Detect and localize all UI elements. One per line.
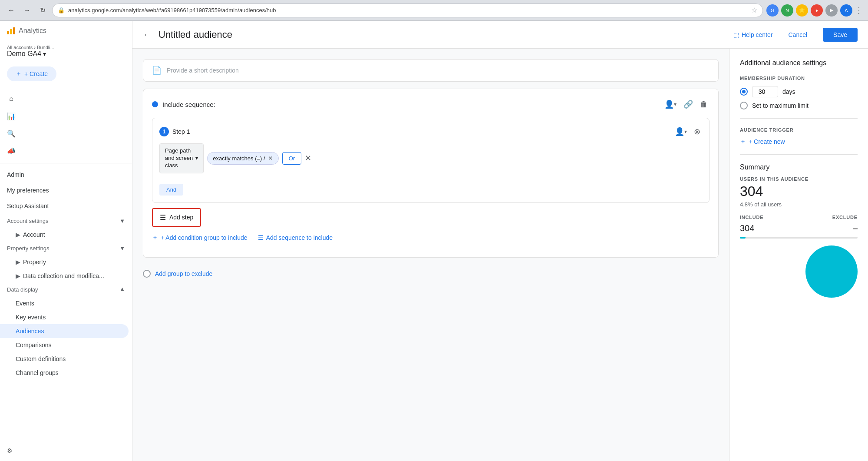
- sidebar-item-key-events[interactable]: Key events: [0, 310, 129, 324]
- sidebar-item-setup[interactable]: Setup Assistant: [0, 198, 129, 214]
- step-user-scope-button[interactable]: 👤 ▾: [673, 125, 689, 138]
- sidebar-item-admin[interactable]: Admin: [0, 167, 129, 182]
- and-button[interactable]: And: [159, 184, 183, 196]
- data-display-label: Data display: [7, 286, 38, 293]
- step-1-number: 1: [159, 127, 169, 136]
- condition-row: Page pathand screenclass ▾ exactly match…: [159, 143, 702, 173]
- back-arrow-icon: ←: [143, 30, 152, 40]
- cancel-button[interactable]: Cancel: [779, 28, 816, 42]
- add-exclude-link[interactable]: Add group to exclude: [155, 270, 212, 277]
- ext-icon-3[interactable]: ⭐: [796, 4, 808, 17]
- include-exclude-header: INCLUDE EXCLUDE: [740, 215, 858, 220]
- description-bar[interactable]: 📄 Provide a short description: [143, 59, 719, 82]
- settings-button[interactable]: ⚙: [0, 444, 132, 458]
- refresh-button[interactable]: ↻: [36, 4, 49, 17]
- options-icon: 🔗: [683, 99, 693, 109]
- add-step-button[interactable]: ☰ Add step: [152, 208, 201, 227]
- user-avatar[interactable]: A: [840, 4, 852, 17]
- close-condition-button[interactable]: ✕: [305, 153, 311, 163]
- ext-icon-2[interactable]: N: [781, 4, 793, 17]
- account-settings-label: Account settings: [7, 218, 48, 224]
- user-icon: 👤: [664, 99, 674, 109]
- condition-value-chip: exactly matches (=) / ✕: [207, 152, 278, 165]
- browser-extension-icons: G N ⭐ ♦ ▶ A ⋮: [766, 4, 863, 17]
- sequence-delete-button[interactable]: 🗑: [698, 98, 710, 111]
- sidebar-item-reports[interactable]: 📊: [0, 107, 129, 125]
- max-limit-label: Set to maximum limit: [752, 102, 809, 109]
- days-input[interactable]: [752, 86, 778, 97]
- step-label-text: Step 1: [172, 128, 190, 135]
- ext-icon-5[interactable]: ▶: [825, 4, 838, 17]
- help-center-link[interactable]: ⬚ Help center: [733, 31, 773, 38]
- menu-icon[interactable]: ⋮: [855, 6, 863, 15]
- sidebar-item-comparisons[interactable]: Comparisons: [0, 338, 129, 352]
- close-condition-icon: ✕: [305, 154, 311, 163]
- property-settings-header[interactable]: Property settings ▼: [0, 242, 132, 255]
- preferences-label: My preferences: [7, 187, 49, 194]
- forward-button[interactable]: →: [21, 4, 33, 17]
- back-button[interactable]: ←: [143, 30, 152, 40]
- sequence-label-text: Include sequence:: [162, 101, 215, 108]
- sidebar-item-preferences[interactable]: My preferences: [0, 182, 129, 198]
- right-panel: Additional audience settings MEMBERSHIP …: [729, 49, 868, 461]
- property-settings-arrow: ▼: [119, 245, 125, 252]
- sidebar-item-channel-groups[interactable]: Channel groups: [0, 366, 129, 380]
- step-close-button[interactable]: ⊗: [692, 125, 702, 138]
- user-scope-button[interactable]: 👤 ▾: [663, 98, 678, 111]
- sidebar-item-property[interactable]: ▶ Property: [0, 255, 129, 269]
- progress-bar-container: [740, 237, 858, 239]
- create-new-trigger-link[interactable]: ＋ + Create new: [740, 138, 858, 146]
- and-section: And: [159, 179, 702, 196]
- sidebar-item-audiences[interactable]: Audiences: [0, 324, 129, 338]
- add-sequence-label: Add sequence to include: [266, 234, 333, 241]
- summary-title: Summary: [740, 163, 858, 171]
- users-count: 304: [740, 183, 858, 199]
- address-bar[interactable]: 🔒 analytics.google.com/analytics/web/#a6…: [52, 3, 763, 17]
- sidebar-item-home[interactable]: ⌂: [0, 90, 129, 107]
- save-button[interactable]: Save: [823, 28, 858, 42]
- sidebar-item-advertising[interactable]: 📣: [0, 142, 129, 159]
- sidebar-item-data-collection[interactable]: ▶ Data collection and modifica...: [0, 269, 129, 283]
- chip-remove-button[interactable]: ✕: [268, 155, 273, 161]
- step-number-text: 1: [163, 129, 166, 135]
- account-settings-section: Account settings ▼ ▶ Account: [0, 214, 132, 242]
- data-display-header[interactable]: Data display ▼: [0, 283, 132, 296]
- create-button[interactable]: ＋ + Create: [7, 66, 56, 81]
- ext-icon-4[interactable]: ♦: [811, 4, 823, 17]
- back-button[interactable]: ←: [5, 4, 17, 17]
- include-value: 304: [740, 223, 754, 233]
- sequence-card: Include sequence: 👤 ▾ 🔗 🗑: [143, 89, 719, 258]
- help-label: Help center: [742, 31, 773, 38]
- membership-days-row: days: [740, 86, 858, 97]
- add-condition-group-link[interactable]: ＋ + Add condition group to include: [152, 234, 248, 242]
- membership-duration-label: MEMBERSHIP DURATION: [740, 76, 858, 81]
- step-1-actions: 👤 ▾ ⊗: [673, 125, 702, 138]
- account-settings-header[interactable]: Account settings ▼: [0, 214, 132, 228]
- add-condition-group-label: + Add condition group to include: [161, 234, 248, 241]
- create-label: + Create: [24, 70, 48, 77]
- sidebar-item-events[interactable]: Events: [0, 296, 129, 310]
- data-collection-expand-icon: ▶: [16, 272, 20, 279]
- add-sequence-link[interactable]: ☰ Add sequence to include: [258, 234, 333, 242]
- sequence-options-button[interactable]: 🔗: [682, 98, 695, 111]
- top-bar-actions: ⬚ Help center Cancel Save: [733, 28, 858, 42]
- create-plus-icon: ＋: [16, 70, 22, 78]
- sidebar-item-explore[interactable]: 🔍: [0, 125, 129, 142]
- audience-builder: 📄 Provide a short description Include se…: [132, 49, 729, 461]
- logo-bar-1: [7, 31, 9, 34]
- field-dropdown[interactable]: Page pathand screenclass ▾: [159, 143, 204, 173]
- ext-icon-1[interactable]: G: [766, 4, 779, 17]
- max-limit-row: Set to maximum limit: [740, 102, 858, 109]
- sidebar-item-account[interactable]: ▶ Account: [0, 228, 129, 242]
- logo-text: Analytics: [19, 27, 46, 35]
- sidebar-item-custom-definitions[interactable]: Custom definitions: [0, 352, 129, 366]
- membership-days-radio[interactable]: [740, 88, 748, 96]
- or-button[interactable]: Or: [282, 152, 301, 165]
- account-name[interactable]: Demo GA4 ▾: [7, 50, 125, 58]
- content-area: 📄 Provide a short description Include se…: [132, 49, 868, 461]
- max-limit-radio[interactable]: [740, 102, 748, 109]
- step-user-icon: 👤: [675, 127, 684, 136]
- account-expand-icon: ▶: [16, 231, 20, 238]
- add-step-label: Add step: [169, 214, 193, 221]
- exclude-radio[interactable]: [143, 270, 151, 278]
